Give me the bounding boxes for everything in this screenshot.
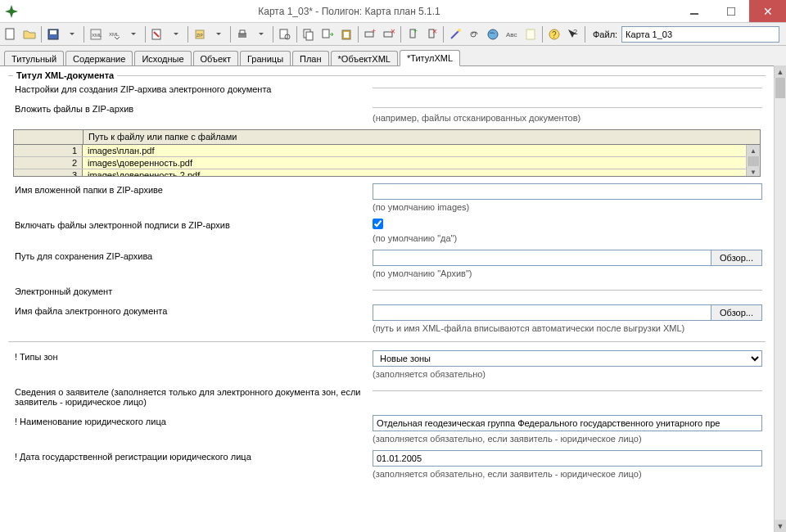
browse-button[interactable]: Обзор...	[711, 304, 762, 321]
row-path[interactable]: images\доверенность 2.pdf	[83, 169, 746, 177]
scroll-down-icon[interactable]: ▼	[747, 166, 760, 177]
svg-point-28	[458, 29, 461, 32]
applicant-info-label: Сведения о заявителе (заполняется только…	[8, 385, 373, 408]
fieldset-title: Титул XML-документа	[13, 70, 117, 80]
save-path-hint: (по умолчанию "Архив")	[373, 268, 762, 278]
svg-point-29	[488, 29, 498, 39]
tab-titlexml[interactable]: *ТитулXML	[400, 50, 460, 66]
scroll-up-icon[interactable]: ▲	[747, 145, 760, 156]
folder-name-hint: (по умолчанию images)	[373, 202, 762, 212]
minimize-button[interactable]	[675, 0, 712, 22]
svg-rect-4	[50, 30, 56, 34]
svg-rect-13	[280, 29, 287, 38]
titlebar: Карта 1_03* - Полигон: Карта план 5.1.1 …	[0, 0, 786, 23]
row-number[interactable]: 3	[14, 169, 83, 177]
copy-icon[interactable]	[300, 25, 318, 43]
context-help-icon[interactable]: ?	[564, 25, 582, 43]
help-icon[interactable]: ?	[545, 25, 563, 43]
svg-text:×: ×	[432, 28, 437, 36]
svg-text:?: ?	[552, 30, 557, 39]
maximize-button[interactable]	[712, 0, 749, 22]
legal-name-hint: (заполняется обязательно, если заявитель…	[373, 434, 762, 444]
wand-icon[interactable]	[446, 25, 464, 43]
reg-date-input[interactable]	[373, 450, 762, 467]
svg-text:ZIP: ZIP	[196, 33, 203, 38]
browse-button[interactable]: Обзор...	[711, 250, 762, 266]
tab-bar: Титульный Содержание Исходные Объект Гра…	[0, 46, 786, 65]
edit-dropdown-icon[interactable]	[167, 25, 185, 43]
tab-title[interactable]: Титульный	[4, 51, 64, 66]
row-number[interactable]: 2	[14, 157, 83, 169]
row-add-icon[interactable]: +	[361, 25, 379, 43]
row-delete-icon[interactable]: ×	[380, 25, 398, 43]
save-path-input[interactable]	[373, 250, 711, 266]
include-sig-hint: (по умолчанию "да")	[373, 233, 762, 243]
close-button[interactable]: ✕	[749, 0, 786, 22]
print-dropdown-icon[interactable]	[252, 25, 270, 43]
content-area: Титул XML-документа Настройки для создан…	[4, 66, 770, 532]
table-row: 2 images\доверенность.pdf	[14, 157, 746, 169]
scroll-up-icon[interactable]: ▲	[775, 65, 786, 78]
include-files-label: Вложить файлы в ZIP-архив	[8, 102, 373, 115]
svg-text:+: +	[372, 28, 376, 35]
zip-dropdown-icon[interactable]	[210, 25, 228, 43]
svg-rect-31	[526, 29, 535, 39]
save-path-label: Путь для сохранения ZIP-архива	[8, 250, 373, 263]
col-delete-icon[interactable]: ×	[422, 25, 440, 43]
note-icon[interactable]	[522, 25, 540, 43]
tab-objectxml[interactable]: *ОбъектXML	[331, 51, 398, 66]
tab-plan[interactable]: План	[292, 51, 329, 66]
tab-source[interactable]: Исходные	[134, 51, 191, 66]
preview-icon[interactable]	[276, 25, 294, 43]
xml-export-icon[interactable]: XML	[87, 25, 105, 43]
reg-date-label: ! Дата государственной регистрации юриди…	[8, 450, 373, 463]
grid-scrollbar[interactable]: ▲ ▼	[746, 145, 760, 177]
include-files-hint: (например, файлы отсканированных докумен…	[373, 113, 762, 123]
include-sig-label: Включать файлы электронной подписи в ZIP…	[8, 219, 373, 232]
col-add-icon[interactable]: +	[404, 25, 422, 43]
edoc-name-hint: (путь и имя XML-файла вписываются автома…	[373, 323, 762, 333]
copy-move-icon[interactable]	[318, 25, 337, 43]
row-number[interactable]: 1	[14, 145, 83, 156]
link-icon[interactable]	[465, 25, 483, 43]
zip-settings-label: Настройки для создания ZIP-архива электр…	[8, 83, 373, 96]
legal-name-label: ! Наименование юридического лица	[8, 415, 373, 428]
grid-corner	[14, 130, 84, 144]
open-icon[interactable]	[20, 25, 38, 43]
scroll-down-icon[interactable]: ▼	[775, 520, 786, 532]
print-icon[interactable]	[233, 25, 251, 43]
outer-scrollbar[interactable]: ▲ ▼	[774, 65, 786, 532]
zip-icon[interactable]: ZIP	[191, 25, 209, 43]
edit-red-icon[interactable]	[148, 25, 166, 43]
paste-icon[interactable]	[337, 25, 355, 43]
scroll-thumb[interactable]	[748, 156, 759, 166]
save-icon[interactable]	[44, 25, 62, 43]
save-dropdown-icon[interactable]	[63, 25, 81, 43]
svg-text:×: ×	[391, 28, 395, 36]
svg-rect-0	[690, 13, 698, 15]
file-field[interactable]	[621, 26, 779, 43]
xml-dropdown-icon[interactable]	[124, 25, 142, 43]
include-sig-checkbox[interactable]	[373, 219, 383, 229]
row-path[interactable]: images\доверенность.pdf	[83, 157, 746, 169]
legal-name-input[interactable]	[373, 415, 762, 431]
new-icon[interactable]	[2, 25, 20, 43]
xml-import-icon[interactable]: XML	[106, 25, 124, 43]
zone-types-select[interactable]: Новые зоны	[373, 350, 762, 367]
scroll-thumb[interactable]	[775, 78, 785, 98]
app-icon	[5, 5, 18, 18]
zone-types-label: ! Типы зон	[8, 350, 373, 363]
edoc-label: Электронный документ	[8, 285, 373, 298]
row-path[interactable]: images\план.pdf	[83, 145, 746, 156]
reg-date-hint: (заполняется обязательно, если заявитель…	[373, 469, 762, 479]
edoc-name-input[interactable]	[373, 304, 711, 321]
svg-text:XML: XML	[109, 32, 120, 37]
tab-toc[interactable]: Содержание	[66, 51, 133, 66]
text-abc-icon[interactable]: Авс	[503, 25, 521, 43]
folder-name-input[interactable]	[373, 183, 762, 200]
tab-object[interactable]: Объект	[193, 51, 238, 66]
toolbar: XML XML ZIP + × + × Авс ? ? Файл:	[0, 23, 786, 46]
globe-icon[interactable]	[484, 25, 502, 43]
files-grid[interactable]: Путь к файлу или папке с файлами 1 image…	[13, 129, 761, 177]
tab-borders[interactable]: Границы	[240, 51, 291, 66]
